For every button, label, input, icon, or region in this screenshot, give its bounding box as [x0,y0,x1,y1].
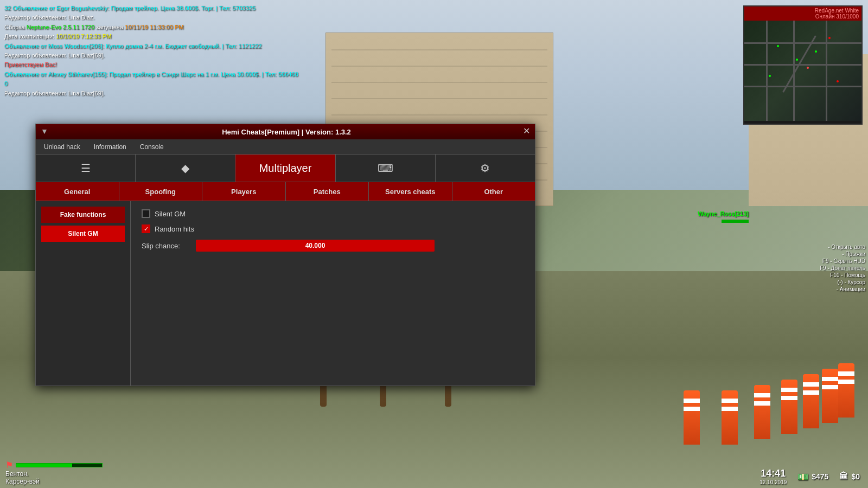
minimap-road [826,21,827,121]
minimap-dot-enemy [837,80,839,82]
chat-line-10: Редактор объявления: Lina Diaz[69]. [4,89,298,98]
option-label-silent-gm: Silent GM [155,210,186,218]
slider-track: 40.000 [196,240,435,252]
keyboard-icon: ⌨ [378,162,393,175]
player-health-bar [722,220,749,223]
keybind-line: - Анимации [820,286,865,292]
menu-unload-hack[interactable]: Unload hack [41,142,83,152]
checkbox-random-hits[interactable] [142,224,150,233]
location-street: Карсер-вэй [5,478,103,485]
chat-line-8: Объявление от Alexey Stikharev[155]: Про… [4,70,298,79]
keybind-line: - Открыть авто [820,244,865,250]
tab-multiplayer[interactable]: Multiplayer [235,155,335,182]
subtab-other[interactable]: Other [452,182,535,201]
hud-bottom-right: 14:41 12.10.2019 💵 $475 🏛 $0 [751,465,868,488]
cube-icon: ◆ [181,162,189,175]
cash-value: $475 [812,472,828,481]
subtab-players[interactable]: Players [202,182,286,201]
subtab-patches[interactable]: Patches [286,182,369,201]
bollard [781,380,797,434]
right-content: Silent GM Random hits Slip chance: 40.00… [131,201,535,386]
settings-icon: ⚙ [480,162,490,175]
slider-label: Slip chance: [142,242,190,250]
bollard [722,390,738,445]
server-name: RedAge.net White [747,8,859,14]
subtab-general[interactable]: General [36,182,119,201]
minimap-dot [777,45,779,47]
cash-icon: 💵 [797,472,808,482]
clock-date: 12.10.2019 [760,479,787,485]
minimap-dot [815,50,817,53]
menu-console[interactable]: Console [137,142,167,152]
hud-chat: 32 Объявление от Egor Bogushevskiy: Прод… [0,0,303,103]
minimap-road [744,42,861,44]
minimap-dot [796,59,798,61]
minimize-icon: ▼ [40,127,49,136]
slider-container[interactable]: 40.000 [196,240,435,252]
tab-menu[interactable]: ☰ [36,155,136,182]
keybind-line: F9 - Скрыть HUD [820,258,865,264]
subtab-spoofing[interactable]: Spoofing [119,182,203,201]
bank-value: $0 [851,472,860,481]
cheat-window: ▼ Hemi Cheats[Premium] | Version: 1.3.2 … [35,124,535,386]
keybind-line: F9 - Донат панель [820,265,865,271]
keybind-line: (-) - Курсор [820,279,865,285]
window-menubar: Unload hack Information Console [36,139,535,155]
bank-icon: 🏛 [839,472,848,481]
health-bar [16,463,103,467]
cash-display: 💵 $475 [797,472,828,482]
tab-settings[interactable]: ⚙ [436,155,535,182]
checkbox-silent-gm[interactable] [142,209,150,218]
hud-bottom-left: ⚑ Бентон. Карсер-вэй [0,457,108,488]
slider-value: 40.000 [305,242,326,249]
minimap-dot-enemy [828,37,831,39]
chat-line-6: Редактор объявления: Lina Diaz[69]. [4,52,298,60]
online-count: Онлайн 310/1000 [747,14,859,20]
bollard [754,385,770,439]
option-row-silent-gm: Silent GM [142,209,524,218]
location-district: Бентон. [5,470,103,478]
keybind-line: F10 - Помощь [820,272,865,278]
minimap-road [766,21,768,121]
slider-row-slip-chance: Slip chance: 40.000 [142,240,524,252]
window-titlebar[interactable]: ▼ Hemi Cheats[Premium] | Version: 1.3.2 … [36,124,535,139]
tab-icons-row: ☰ ◆ Multiplayer ⌨ ⚙ [36,155,535,182]
chat-line-4: Дата компиляции: 10/10/19 7:12:33 PM [4,33,298,41]
player-nametag: Wayne_Ross[213] [698,210,749,217]
bollard [838,363,854,418]
health-bar-container: ⚑ [5,460,103,470]
minimap-road [744,64,861,66]
chat-line-9: 0 [4,80,298,88]
chat-line-2: Редактор объявления: Lina Diaz. [4,14,298,22]
sidebar-fake-functions[interactable]: Fake functions [41,207,125,223]
option-row-random-hits: Random hits [142,224,524,233]
sidebar-silent-gm[interactable]: Silent GM [41,226,125,242]
chat-line-7: Приветствуем Вас! [4,61,298,69]
hud-keybinds: - Открыть авто - Прыжки F9 - Скрыть HUD … [820,244,865,293]
multiplayer-label: Multiplayer [259,162,312,175]
left-sidebar: Fake functions Silent GM [36,201,131,386]
tab-keyboard[interactable]: ⌨ [336,155,436,182]
clock-time: 14:41 [760,468,787,479]
chat-line-3: Сборка Neptune-Evo 2.5.11 1720 запущена … [4,23,298,31]
bollard [803,374,819,428]
subtab-servers-cheats[interactable]: Servers cheats [369,182,452,201]
bollard [822,369,838,423]
close-button[interactable]: ✕ [522,127,531,136]
menu-information[interactable]: Information [91,142,129,152]
chat-line-5: Объявление от Moss Woodson[206]: Куплю д… [4,42,298,50]
minimap-road [744,86,861,87]
chat-line-1: 32 Объявление от Egor Bogushevskiy: Прод… [4,4,298,12]
content-area: Fake functions Silent GM Silent GM Rando… [36,201,535,386]
minimap-map [744,21,861,121]
tab-cube[interactable]: ◆ [136,155,235,182]
option-label-random-hits: Random hits [155,225,194,233]
window-title: Hemi Cheats[Premium] | Version: 1.3.2 [51,128,522,136]
minimap-player-dot [807,67,809,69]
bank-display: 🏛 $0 [839,472,860,481]
keybind-line: - Прыжки [820,251,865,257]
minimap-header: RedAge.net White Онлайн 310/1000 [744,7,861,21]
health-fill [16,464,72,467]
flag-icon: ⚑ [5,460,13,470]
minimap: RedAge.net White Онлайн 310/1000 [743,5,863,125]
